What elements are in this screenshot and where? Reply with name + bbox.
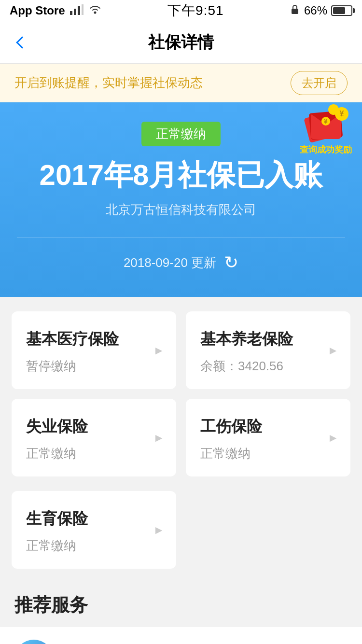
notification-banner: 开启到账提醒，实时掌握社保动态 去开启 bbox=[0, 64, 362, 102]
service-icon: 社 bbox=[14, 640, 53, 644]
refresh-button[interactable]: ↻ bbox=[224, 252, 238, 273]
insurance-title-maternity: 生育保险 bbox=[26, 508, 162, 530]
svg-point-4 bbox=[94, 12, 96, 14]
insurance-status-maternity: 正常缴纳 bbox=[26, 537, 162, 554]
svg-rect-5 bbox=[292, 9, 298, 14]
carrier-label: App Store bbox=[10, 4, 65, 17]
enable-reminder-button[interactable]: 去开启 bbox=[291, 71, 348, 95]
insurance-title-unemployment: 失业保险 bbox=[26, 416, 162, 437]
back-arrow-icon bbox=[16, 36, 28, 48]
chevron-right-icon: ► bbox=[327, 431, 339, 445]
status-left: App Store bbox=[10, 4, 102, 17]
signal-icon bbox=[70, 4, 84, 17]
reward-text: 查询成功奖励 bbox=[300, 144, 352, 155]
main-hero-title: 2017年8月社保已入账 bbox=[0, 158, 362, 193]
insurance-title-injury: 工伤保险 bbox=[200, 416, 336, 437]
insurance-title-medical: 基本医疗保险 bbox=[26, 329, 162, 350]
chevron-right-icon: ► bbox=[153, 523, 165, 537]
insurance-card-injury[interactable]: 工伤保险 正常缴纳 ► bbox=[186, 399, 350, 476]
update-row: 2018-09-20 更新 ↻ bbox=[0, 252, 362, 273]
lock-icon bbox=[290, 4, 300, 17]
status-time: 下午9:51 bbox=[167, 1, 224, 20]
insurance-status-pension: 余额：3420.56 bbox=[200, 358, 336, 375]
nav-bar: 社保详情 bbox=[0, 21, 362, 64]
battery-percentage: 66% bbox=[304, 4, 327, 17]
insurance-card-pension[interactable]: 基本养老保险 余额：3420.56 ► bbox=[186, 311, 350, 389]
main-hero-card: 正常缴纳 ¥ ¥ 查询成功奖励 2017年8月社保已入账 北京万古恒信科技有限公… bbox=[0, 102, 362, 297]
svg-rect-3 bbox=[82, 4, 84, 15]
page-title: 社保详情 bbox=[148, 31, 214, 54]
chevron-right-icon: ► bbox=[327, 344, 339, 357]
banner-text: 开启到账提醒，实时掌握社保动态 bbox=[14, 74, 203, 91]
insurance-card-medical[interactable]: 基本医疗保险 暂停缴纳 ► bbox=[12, 311, 176, 389]
insurance-single-row: 生育保险 正常缴纳 ► bbox=[0, 491, 362, 578]
insurance-status-unemployment: 正常缴纳 bbox=[26, 445, 162, 462]
battery-icon bbox=[331, 5, 352, 16]
insurance-card-unemployment[interactable]: 失业保险 正常缴纳 ► bbox=[12, 399, 176, 476]
update-date: 2018-09-20 更新 bbox=[124, 254, 216, 271]
status-right: 66% bbox=[290, 4, 352, 17]
back-button[interactable] bbox=[12, 32, 33, 53]
insurance-status-injury: 正常缴纳 bbox=[200, 445, 336, 462]
company-name: 北京万古恒信科技有限公司 bbox=[0, 201, 362, 218]
payment-status-badge: 正常缴纳 bbox=[141, 122, 221, 146]
chevron-right-icon: ► bbox=[153, 344, 165, 357]
status-bar: App Store 下午9:51 66% bbox=[0, 0, 362, 21]
insurance-card-maternity[interactable]: 生育保险 正常缴纳 ► bbox=[12, 491, 176, 569]
insurance-grid: 基本医疗保险 暂停缴纳 ► 基本养老保险 余额：3420.56 ► 失业保险 正… bbox=[0, 297, 362, 491]
svg-rect-1 bbox=[74, 9, 76, 15]
insurance-status-medical: 暂停缴纳 bbox=[26, 358, 162, 375]
chevron-right-icon: ► bbox=[153, 431, 165, 445]
service-item[interactable]: 社 社保断了，自己也能继续交 bbox=[0, 627, 362, 644]
recommend-section-heading: 推荐服务 bbox=[0, 578, 362, 627]
wifi-icon bbox=[88, 4, 102, 17]
svg-rect-0 bbox=[70, 11, 72, 15]
divider bbox=[17, 238, 345, 238]
reward-badge[interactable]: ¥ ¥ 查询成功奖励 bbox=[299, 112, 352, 155]
svg-rect-2 bbox=[78, 6, 80, 15]
insurance-title-pension: 基本养老保险 bbox=[200, 329, 336, 350]
